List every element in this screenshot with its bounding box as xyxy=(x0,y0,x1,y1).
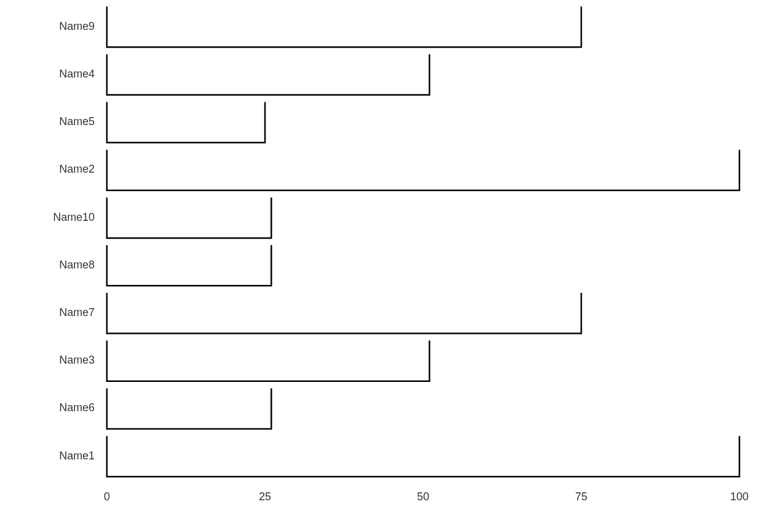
bar-name9 xyxy=(107,7,581,47)
bar-name2 xyxy=(107,149,739,190)
x-tick-label: 50 xyxy=(417,491,429,503)
bar-name3 xyxy=(107,340,429,381)
x-tick-label: 75 xyxy=(575,491,587,503)
y-tick-label: Name9 xyxy=(59,20,95,32)
bar-name8 xyxy=(107,245,271,286)
y-tick-label: Name5 xyxy=(59,115,95,128)
y-tick-label: Name3 xyxy=(59,354,95,366)
bar-name5 xyxy=(107,102,265,142)
y-tick-label: Name10 xyxy=(53,211,95,223)
bar-name1 xyxy=(107,436,739,476)
bar-name7 xyxy=(107,293,581,333)
y-tick-label: Name4 xyxy=(59,68,95,80)
bar-name10 xyxy=(107,198,271,238)
x-tick-label: 100 xyxy=(730,491,749,503)
x-tick-label: 0 xyxy=(104,491,110,503)
y-tick-label: Name1 xyxy=(59,450,95,462)
x-tick-label: 25 xyxy=(259,491,271,503)
bar-name4 xyxy=(107,54,429,95)
y-tick-label: Name7 xyxy=(59,306,95,318)
y-tick-label: Name8 xyxy=(59,259,95,271)
bar-name6 xyxy=(107,388,271,428)
y-tick-label: Name2 xyxy=(59,163,95,175)
y-tick-label: Name6 xyxy=(59,401,95,414)
dendrogram-bar-chart: Name9Name4Name5Name2Name10Name8Name7Name… xyxy=(0,0,773,532)
